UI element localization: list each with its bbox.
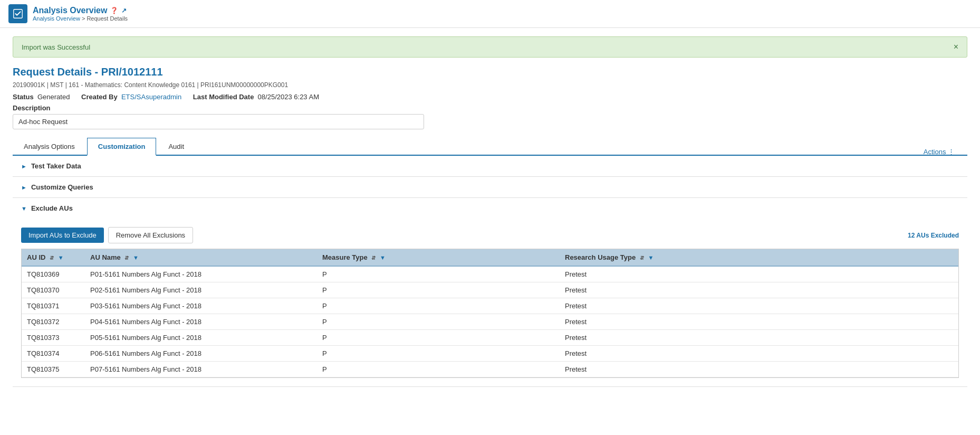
filter-icon-measure-type[interactable]: ▼ [380,254,386,261]
exclude-aus-toolbar: Import AUs to Exclude Remove All Exclusi… [21,227,959,243]
page-title: Request Details - PRI/1012111 [13,66,967,78]
cell-measure-type: P [317,330,560,346]
tab-customization[interactable]: Customization [87,138,157,156]
last-modified-value: 08/25/2023 6:23 AM [258,93,319,101]
cell-au-id: TQ810372 [22,314,85,330]
description-label: Description [13,104,967,112]
aus-table: AU ID ⇵ ▼ AU Name ⇵ ▼ Me [22,249,958,377]
sort-icon-research-usage-type: ⇵ [640,255,644,261]
table-row: TQ810374 P06-5161 Numbers Alg Funct - 20… [22,346,958,362]
status-label: Status [13,93,34,101]
chevron-right-icon-2: ► [21,184,27,191]
success-banner: Import was Successful × [13,36,967,58]
cell-measure-type: P [317,314,560,330]
description-input[interactable] [13,114,424,129]
cell-au-id: TQ810370 [22,282,85,298]
main-content: Import was Successful × Request Details … [0,28,980,395]
breadcrumb-separator: > [82,15,85,22]
cell-au-name: P02-5161 Numbers Alg Funct - 2018 [85,282,317,298]
cell-measure-type: P [317,362,560,377]
accordion-header-test-taker-data[interactable]: ► Test Taker Data [13,156,967,176]
app-header: Analysis Overview ❓ ↗ Analysis Overview … [0,0,980,28]
cell-au-name: P06-5161 Numbers Alg Funct - 2018 [85,346,317,362]
cell-research-usage-type: Pretest [560,330,958,346]
table-row: TQ810372 P04-5161 Numbers Alg Funct - 20… [22,314,958,330]
cell-au-name: P01-5161 Numbers Alg Funct - 2018 [85,266,317,282]
created-by-label: Created By [81,93,118,101]
exclude-aus-body: Import AUs to Exclude Remove All Exclusi… [13,219,967,386]
cell-au-name: P03-5161 Numbers Alg Funct - 2018 [85,298,317,314]
breadcrumb: Analysis Overview > Request Details [33,15,128,22]
breadcrumb-current: Request Details [87,15,128,22]
cell-measure-type: P [317,266,560,282]
cell-research-usage-type: Pretest [560,362,958,377]
help-icon[interactable]: ❓ [110,7,118,14]
app-title: Analysis Overview [33,6,107,15]
cell-measure-type: P [317,298,560,314]
col-header-research-usage-type[interactable]: Research Usage Type ⇵ ▼ [560,249,958,266]
toolbar-left: Import AUs to Exclude Remove All Exclusi… [21,227,193,243]
accordion-container: ► Test Taker Data ► Customize Queries ▼ … [13,156,967,387]
filter-icon-au-name[interactable]: ▼ [133,254,139,261]
accordion-section-test-taker-data: ► Test Taker Data [13,156,967,177]
customize-queries-label: Customize Queries [31,183,93,191]
chevron-down-icon: ▼ [21,205,27,212]
banner-close-button[interactable]: × [954,42,958,52]
tabs-container: Analysis Options Customization Audit [13,138,967,156]
last-modified-label: Last Modified Date [193,93,254,101]
filter-icon-research-usage-type[interactable]: ▼ [648,254,654,261]
remove-all-exclusions-button[interactable]: Remove All Exclusions [108,227,194,243]
cell-research-usage-type: Pretest [560,314,958,330]
cell-au-id: TQ810373 [22,330,85,346]
test-taker-data-label: Test Taker Data [31,162,81,170]
cell-research-usage-type: Pretest [560,266,958,282]
excluded-count-label: 12 AUs Excluded [908,232,959,239]
cell-research-usage-type: Pretest [560,282,958,298]
external-link-icon[interactable]: ↗ [121,7,127,14]
accordion-section-customize-queries: ► Customize Queries [13,177,967,198]
aus-table-header: AU ID ⇵ ▼ AU Name ⇵ ▼ Me [22,249,958,266]
col-header-au-name[interactable]: AU Name ⇵ ▼ [85,249,317,266]
chevron-right-icon: ► [21,163,27,169]
cell-au-id: TQ810375 [22,362,85,377]
page-subtitle: 20190901K | MST | 161 - Mathematics: Con… [13,81,967,89]
tab-audit[interactable]: Audit [157,138,195,155]
table-row: TQ810375 P07-5161 Numbers Alg Funct - 20… [22,362,958,377]
cell-au-name: P05-5161 Numbers Alg Funct - 2018 [85,330,317,346]
sort-icon-au-id: ⇵ [50,255,54,261]
accordion-header-customize-queries[interactable]: ► Customize Queries [13,177,967,197]
tab-analysis-options[interactable]: Analysis Options [13,138,86,155]
cell-measure-type: P [317,282,560,298]
sort-icon-au-name: ⇵ [124,255,129,261]
cell-research-usage-type: Pretest [560,346,958,362]
exclude-aus-label: Exclude AUs [31,204,73,212]
cell-research-usage-type: Pretest [560,298,958,314]
status-value: Generated [37,93,70,101]
accordion-header-exclude-aus[interactable]: ▼ Exclude AUs [13,198,967,219]
col-header-au-id[interactable]: AU ID ⇵ ▼ [22,249,85,266]
table-row: TQ810373 P05-5161 Numbers Alg Funct - 20… [22,330,958,346]
page-meta: Status Generated Created By ETS/SAsupera… [13,93,967,101]
sort-icon-measure-type: ⇵ [371,255,376,261]
cell-au-name: P07-5161 Numbers Alg Funct - 2018 [85,362,317,377]
app-logo [8,4,27,23]
created-by-value: ETS/SAsuperadmin [121,93,181,101]
breadcrumb-link[interactable]: Analysis Overview [33,15,80,22]
table-row: TQ810369 P01-5161 Numbers Alg Funct - 20… [22,266,958,282]
accordion-section-exclude-aus: ▼ Exclude AUs Import AUs to Exclude Remo… [13,198,967,387]
cell-au-id: TQ810371 [22,298,85,314]
cell-au-name: P04-5161 Numbers Alg Funct - 2018 [85,314,317,330]
banner-message: Import was Successful [22,43,90,51]
filter-icon-au-id[interactable]: ▼ [58,254,64,261]
import-aus-button[interactable]: Import AUs to Exclude [21,228,104,243]
table-row: TQ810371 P03-5161 Numbers Alg Funct - 20… [22,298,958,314]
cell-au-id: TQ810374 [22,346,85,362]
table-row: TQ810370 P02-5161 Numbers Alg Funct - 20… [22,282,958,298]
aus-table-body: TQ810369 P01-5161 Numbers Alg Funct - 20… [22,266,958,377]
header-title: Analysis Overview ❓ ↗ [33,6,128,15]
cell-measure-type: P [317,346,560,362]
col-header-measure-type[interactable]: Measure Type ⇵ ▼ [317,249,560,266]
aus-table-wrapper[interactable]: AU ID ⇵ ▼ AU Name ⇵ ▼ Me [21,249,959,378]
actions-button[interactable]: Actions ⋮ [924,148,955,156]
header-text: Analysis Overview ❓ ↗ Analysis Overview … [33,6,128,22]
